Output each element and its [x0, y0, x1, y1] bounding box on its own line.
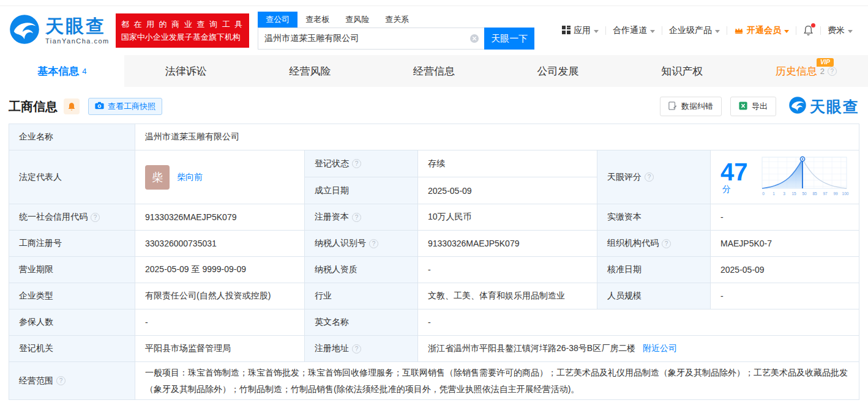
table-row: 登记机关 平阳县市场监督管理局 注册地址 ? 浙江省温州市平阳县鳌江镇河垟路26… [9, 336, 859, 362]
field-label-taxpayer-quality: 纳税人资质 [305, 257, 418, 283]
snapshot-button[interactable]: 查看工商快照 [88, 98, 162, 115]
table-row: 经营范围 ? 一般项目：珠宝首饰制造；珠宝首饰批发；珠宝首饰回收修理服务；互联网… [9, 362, 859, 400]
tab-operation-label: 经营信息 [413, 64, 455, 78]
search-input[interactable] [258, 28, 484, 50]
field-value-org-code: MAEJP5K0-7 [711, 231, 859, 257]
help-icon[interactable]: ? [91, 213, 100, 222]
nav-enterprise[interactable]: 企业级产品 [662, 25, 727, 36]
help-icon[interactable]: ? [828, 67, 837, 76]
table-row: 统一社会信用代码 ? 91330326MAEJP5K079 注册资本 ? 10万… [9, 204, 859, 231]
field-value-paid-capital: - [711, 204, 859, 231]
vip-badge: VIP [817, 58, 834, 67]
nav-username: 费米 [828, 25, 845, 36]
svg-text:50: 50 [802, 191, 807, 196]
field-value-reg-status: 存续 [418, 150, 597, 177]
tab-basic-count: 4 [82, 67, 86, 76]
search-tab-relation[interactable]: 查关系 [377, 12, 417, 28]
field-value-insured-count: - [135, 309, 305, 336]
field-label-reg-status: 登记状态 ? [305, 150, 418, 177]
data-correction-label: 数据纠错 [681, 101, 713, 112]
tab-history-count: 2 [820, 67, 825, 76]
svg-text:15: 15 [791, 191, 796, 196]
svg-text:1: 1 [773, 191, 775, 196]
field-value-business-scope: 一般项目：珠宝首饰制造；珠宝首饰批发；珠宝首饰回收修理服务；互联网销售（除销售需… [135, 362, 859, 400]
tab-basic-info[interactable]: 基本信息 4 [0, 55, 124, 87]
table-row: 工商注册号 330326000735031 纳税人识别号 ? 91330326M… [9, 231, 859, 257]
nav-apps[interactable]: 应用 [555, 25, 605, 36]
field-label-taxpayer-id: 纳税人识别号 ? [305, 231, 418, 257]
chevron-down-icon [650, 30, 655, 33]
tab-operation[interactable]: 经营信息 [372, 55, 496, 87]
field-label-insured-count: 参保人数 [9, 309, 135, 336]
tab-ip-label: 知识产权 [661, 64, 703, 78]
excel-icon [739, 102, 747, 112]
tianyancha-swirl-icon [788, 96, 807, 117]
svg-text:85: 85 [812, 191, 817, 196]
nav-notifications[interactable] [796, 25, 820, 36]
field-value-english-name: - [418, 309, 859, 336]
tab-history[interactable]: VIP 历史信息 2 ? [744, 55, 868, 87]
field-label-approval-date: 核准日期 [597, 257, 711, 283]
field-label-business-scope: 经营范围 ? [9, 362, 135, 400]
help-icon[interactable]: ? [56, 376, 65, 385]
notification-bell-icon [803, 25, 814, 36]
avatar[interactable]: 柴 [145, 165, 170, 190]
field-value-business-term: 2025-05-09 至 9999-09-09 [135, 257, 305, 283]
site-logo[interactable]: 天眼查 TianYanCha.com [9, 13, 110, 48]
help-icon[interactable]: ? [352, 344, 361, 354]
field-value-reg-number: 330326000735031 [135, 231, 305, 257]
field-label-staff-size: 人员规模 [597, 283, 711, 309]
nav-open-vip-label: 开通会员 [747, 25, 781, 36]
snapshot-button-label: 查看工商快照 [108, 101, 155, 112]
notification-dot [811, 23, 815, 28]
help-icon[interactable]: ? [352, 159, 361, 168]
field-value-legal-rep: 柴 柴向前 [135, 150, 305, 204]
export-button[interactable]: 导出 [730, 97, 776, 116]
nav-open-vip[interactable]: 开通会员 [727, 25, 796, 36]
field-value-industry: 文教、工美、体育和娱乐用品制造业 [418, 283, 597, 309]
camera-icon [95, 102, 104, 111]
data-correction-button[interactable]: 数据纠错 [660, 97, 722, 116]
search-button[interactable]: 天眼一下 [484, 28, 534, 50]
search-tab-company[interactable]: 查公司 [258, 12, 297, 28]
orange-bell-icon [67, 102, 76, 111]
field-label-est-date: 成立日期 [305, 177, 418, 204]
site-header: 天眼查 TianYanCha.com 都 在 用 的 商 业 查 询 工 具 国… [0, 6, 868, 55]
field-value-approval-date: 2025-05-09 [711, 257, 859, 283]
field-label-company-name: 企业名称 [9, 124, 135, 150]
svg-text:3: 3 [783, 191, 785, 196]
nearby-companies-link[interactable]: 附近公司 [643, 343, 677, 353]
chevron-down-icon [594, 30, 599, 33]
subscribe-bell-button[interactable] [64, 98, 80, 114]
tab-development[interactable]: 公司发展 [496, 55, 620, 87]
slogan-line1: 都 在 用 的 商 业 查 询 工 具 [121, 18, 244, 31]
field-value-credit-code: 91330326MAEJP5K079 [135, 204, 305, 231]
nav-partner[interactable]: 合作通道 [606, 25, 662, 36]
search-tab-risk[interactable]: 查风险 [337, 12, 377, 28]
field-label-company-type: 企业类型 [9, 283, 135, 309]
help-icon[interactable]: ? [352, 213, 361, 222]
field-label-industry: 行业 [305, 283, 418, 309]
nav-user[interactable]: 费米 [821, 25, 859, 36]
tab-risk-label: 经营风险 [289, 64, 331, 78]
field-value-company-name: 温州市道莱玉雕有限公司 [135, 124, 859, 150]
tab-legal[interactable]: 法律诉讼 [124, 55, 249, 87]
field-value-reg-address: 浙江省温州市平阳县鳌江镇河垟路26-38号B区厂房二楼 附近公司 [418, 336, 859, 362]
search-tab-boss[interactable]: 查老板 [297, 12, 337, 28]
field-value-taxpayer-quality: - [418, 257, 597, 283]
field-value-staff-size: - [711, 283, 859, 309]
clear-icon[interactable] [470, 34, 479, 43]
tab-development-label: 公司发展 [537, 64, 579, 78]
help-icon[interactable]: ? [369, 239, 378, 248]
field-value-company-type: 有限责任公司(自然人投资或控股) [135, 283, 305, 309]
legal-rep-link[interactable]: 柴向前 [177, 172, 203, 183]
field-label-reg-address: 注册地址 ? [305, 336, 418, 362]
table-row: 法定代表人 柴 柴向前 登记状态 ? 存续 天眼评分 ? 47分 [9, 150, 859, 177]
help-icon[interactable]: ? [662, 239, 671, 248]
crown-icon [734, 26, 744, 36]
tab-history-label: 历史信息 [776, 64, 817, 78]
help-icon[interactable]: ? [645, 172, 654, 182]
section-title: 工商信息 [9, 98, 58, 115]
tab-risk[interactable]: 经营风险 [248, 55, 372, 87]
tab-ip[interactable]: 知识产权 [620, 55, 744, 87]
